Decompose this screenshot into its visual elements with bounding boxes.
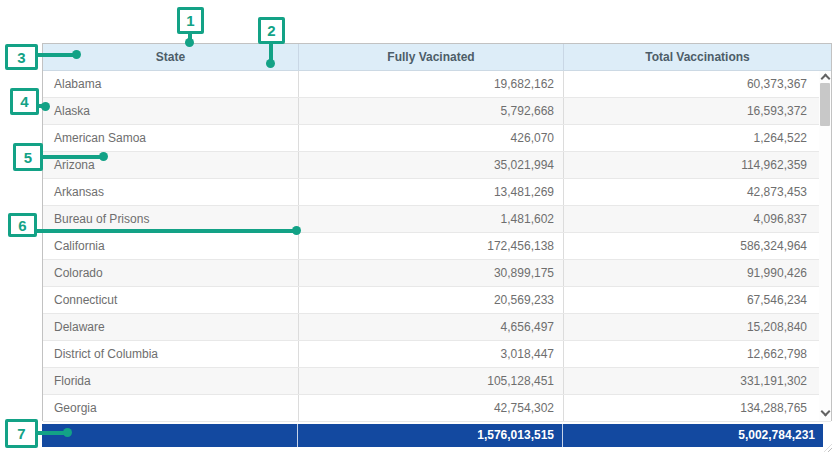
annotation-callout-1: 1: [177, 7, 204, 34]
total-vaccinations-cell: 586,324,964: [564, 233, 831, 259]
callout-7-dot: [63, 428, 72, 437]
total-vaccinations-cell: 12,662,798: [564, 341, 831, 367]
table-row[interactable]: Arkansas13,481,26942,873,453: [43, 179, 831, 206]
totals-row: 1,576,013,515 5,002,784,231: [42, 424, 823, 447]
total-vaccinations-cell: 42,873,453: [564, 179, 831, 205]
fully-vaccinated-cell: 20,569,233: [299, 287, 564, 313]
column-header-total-vaccinations[interactable]: Total Vaccinations: [564, 44, 831, 70]
state-cell: American Samoa: [43, 125, 299, 151]
callout-4-dot: [41, 102, 50, 111]
chevron-up-icon: [820, 74, 830, 84]
table-row[interactable]: Arizona35,021,994114,962,359: [43, 152, 831, 179]
state-cell: Connecticut: [43, 287, 299, 313]
state-cell: Delaware: [43, 314, 299, 340]
table-row[interactable]: Alabama19,682,16260,373,367: [43, 71, 831, 98]
table-row[interactable]: Delaware4,656,49715,208,840: [43, 314, 831, 341]
fully-vaccinated-cell: 172,456,138: [299, 233, 564, 259]
fully-vaccinated-cell: 19,682,162: [299, 71, 564, 97]
totals-total-vaccinations: 5,002,784,231: [563, 424, 823, 447]
annotation-callout-5: 5: [13, 143, 43, 171]
scroll-up-button[interactable]: [819, 71, 831, 83]
fully-vaccinated-cell: 3,018,447: [299, 341, 564, 367]
callout-6-line: [35, 229, 295, 233]
callout-3-dot: [72, 50, 81, 59]
fully-vaccinated-cell: 4,656,497: [299, 314, 564, 340]
fully-vaccinated-cell: 1,481,602: [299, 206, 564, 232]
resize-grip-icon[interactable]: [824, 444, 832, 452]
fully-vaccinated-cell: 426,070: [299, 125, 564, 151]
annotation-callout-3: 3: [5, 44, 38, 70]
total-vaccinations-cell: 134,288,765: [564, 395, 831, 421]
table-row[interactable]: California172,456,138586,324,964: [43, 233, 831, 260]
fully-vaccinated-cell: 105,128,451: [299, 368, 564, 394]
table-body: Alabama19,682,16260,373,367Alaska5,792,6…: [43, 71, 831, 422]
state-cell: District of Columbia: [43, 341, 299, 367]
total-vaccinations-cell: 60,373,367: [564, 71, 831, 97]
callout-2-dot: [266, 59, 275, 68]
state-cell: Arkansas: [43, 179, 299, 205]
table-row[interactable]: Connecticut20,569,23367,546,234: [43, 287, 831, 314]
total-vaccinations-cell: 1,264,522: [564, 125, 831, 151]
fully-vaccinated-cell: 30,899,175: [299, 260, 564, 286]
callout-6-dot: [292, 226, 301, 235]
column-header-fully-vaccinated[interactable]: Fully Vacinated: [299, 44, 564, 70]
fully-vaccinated-cell: 42,754,302: [299, 395, 564, 421]
scroll-down-button[interactable]: [819, 407, 831, 419]
table-row[interactable]: American Samoa426,0701,264,522: [43, 125, 831, 152]
totals-state-cell: [42, 424, 298, 447]
state-cell: Colorado: [43, 260, 299, 286]
annotated-table-screenshot: State Fully Vacinated Total Vaccinations…: [0, 0, 833, 453]
table-row[interactable]: Florida105,128,451331,191,302: [43, 368, 831, 395]
total-vaccinations-cell: 331,191,302: [564, 368, 831, 394]
table-row[interactable]: District of Columbia3,018,44712,662,798: [43, 341, 831, 368]
total-vaccinations-cell: 114,962,359: [564, 152, 831, 178]
annotation-callout-4: 4: [10, 88, 39, 115]
table-row[interactable]: Alaska5,792,66816,593,372: [43, 98, 831, 125]
column-header-state[interactable]: State: [43, 44, 299, 70]
total-vaccinations-cell: 91,990,426: [564, 260, 831, 286]
table-row[interactable]: Colorado30,899,17591,990,426: [43, 260, 831, 287]
fully-vaccinated-cell: 35,021,994: [299, 152, 564, 178]
state-cell: Georgia: [43, 395, 299, 421]
scrollbar-thumb[interactable]: [820, 83, 830, 126]
state-cell: Alabama: [43, 71, 299, 97]
fully-vaccinated-cell: 5,792,668: [299, 98, 564, 124]
callout-3-line: [36, 53, 76, 57]
table-row[interactable]: Georgia42,754,302134,288,765: [43, 395, 831, 422]
total-vaccinations-cell: 16,593,372: [564, 98, 831, 124]
total-vaccinations-cell: 67,546,234: [564, 287, 831, 313]
fully-vaccinated-cell: 13,481,269: [299, 179, 564, 205]
annotation-callout-7: 7: [5, 419, 38, 448]
totals-fully-vaccinated: 1,576,013,515: [298, 424, 563, 447]
table-header-row: State Fully Vacinated Total Vaccinations: [43, 44, 831, 71]
callout-5-dot: [99, 152, 108, 161]
state-cell: Florida: [43, 368, 299, 394]
callout-5-line: [41, 155, 103, 159]
annotation-callout-6: 6: [8, 213, 37, 237]
callout-7-line: [36, 431, 66, 435]
chevron-down-icon: [820, 407, 830, 417]
total-vaccinations-cell: 15,208,840: [564, 314, 831, 340]
callout-1-dot: [185, 38, 194, 47]
vertical-scrollbar[interactable]: [819, 71, 831, 421]
state-cell: Alaska: [43, 98, 299, 124]
state-cell: California: [43, 233, 299, 259]
total-vaccinations-cell: 4,096,837: [564, 206, 831, 232]
annotation-callout-2: 2: [258, 17, 285, 44]
